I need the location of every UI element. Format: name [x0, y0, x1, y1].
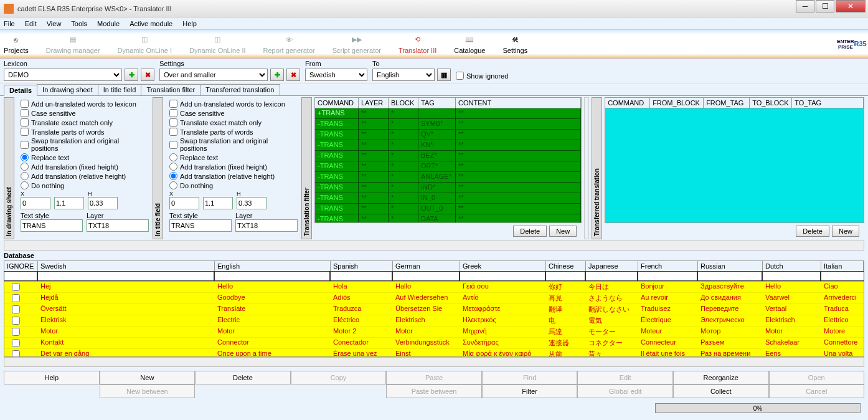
maximize-button[interactable]: ☐: [816, 0, 834, 12]
db-filter-input[interactable]: [330, 271, 392, 281]
filter-row[interactable]: -TRANS***ORT***: [315, 161, 581, 172]
ribbon-settings[interactable]: 🛠Settings: [502, 34, 527, 54]
reorganize-button[interactable]: Reorganize: [673, 371, 769, 384]
opt-do-nothing[interactable]: Do nothing: [21, 181, 146, 189]
db-header-dutch[interactable]: Dutch: [763, 261, 821, 271]
tab-transferred-translation[interactable]: Transferred translation: [200, 84, 280, 95]
opt-add-rel[interactable]: Add translation (relative height): [21, 172, 146, 180]
settings-select[interactable]: Over and smaller: [159, 69, 268, 81]
db-row[interactable]: HejdåGoodbyeAdiósAuf WiedersehenΑντίο再見さ…: [4, 293, 864, 304]
new-button[interactable]: New: [100, 371, 196, 384]
filter-row[interactable]: -TRANS***SYMB***: [315, 119, 581, 130]
lexicon-select[interactable]: DEMO: [4, 69, 122, 81]
filter-body[interactable]: +TRANS*****-TRANS***SYMB***-TRANS***QV**…: [314, 108, 582, 223]
db-filter-input[interactable]: [4, 271, 37, 281]
db-header-russian[interactable]: Russian: [698, 261, 763, 271]
vtab-transferred-translation[interactable]: Transferred translation: [592, 97, 602, 239]
db-filter-input[interactable]: [37, 271, 214, 281]
splitter[interactable]: [584, 97, 589, 239]
find-button[interactable]: Find: [482, 371, 578, 384]
vtab-title-field[interactable]: In title field: [153, 97, 163, 239]
menu-module[interactable]: Module: [97, 20, 120, 27]
settings-delete-button[interactable]: ✖: [286, 69, 300, 81]
database-body[interactable]: HejHelloHolaHalloΓειά σου你好今日はBonjourЗдр…: [4, 281, 864, 357]
grid-toggle-button[interactable]: ▦: [437, 69, 451, 81]
opt-add-untranslated[interactable]: Add un-translated words to lexicon: [21, 100, 146, 108]
ribbon-projects[interactable]: ⎋Projects: [4, 34, 29, 54]
opt-case-sensitive[interactable]: Case sensitive: [169, 109, 295, 117]
db-header-japanese[interactable]: Japanese: [586, 261, 638, 271]
db-filter-input[interactable]: [638, 271, 697, 281]
mid-input[interactable]: [54, 197, 84, 209]
x-input[interactable]: [21, 197, 50, 209]
database-scrollbar[interactable]: [4, 357, 864, 367]
opt-exact-match[interactable]: Translate exact match only: [21, 118, 146, 126]
copy-button[interactable]: Copy: [291, 371, 387, 384]
db-row[interactable]: HejHelloHolaHalloΓειά σου你好今日はBonjourЗдр…: [4, 282, 864, 293]
minimize-button[interactable]: ─: [796, 0, 814, 12]
to-select[interactable]: English: [372, 69, 435, 81]
menu-help[interactable]: Help: [182, 20, 197, 27]
ignore-cell[interactable]: [4, 293, 38, 303]
filter-new-button[interactable]: New: [549, 226, 577, 237]
lexicon-delete-button[interactable]: ✖: [141, 69, 154, 81]
db-header-italian[interactable]: Italian: [821, 261, 864, 271]
db-filter-input[interactable]: [460, 271, 545, 281]
db-header-german[interactable]: German: [393, 261, 460, 271]
filter-row[interactable]: -TRANS***BEZ***: [315, 151, 581, 161]
db-row[interactable]: KontaktConnectorConectadorVerbindungsstü…: [4, 338, 864, 349]
opt-add-fixed[interactable]: Add translation (fixed height): [21, 163, 146, 171]
filter-row[interactable]: -TRANS***IND***: [315, 183, 581, 193]
db-row[interactable]: MotorMotorMotor 2MotorΜηχανή馬達モーターMoteur…: [4, 327, 864, 338]
db-filter-input[interactable]: [585, 271, 638, 281]
paste-between-button[interactable]: Paste between: [386, 384, 482, 398]
show-ignored-checkbox[interactable]: Show ignored: [456, 72, 508, 80]
opt-swap[interactable]: Swap translation and original positions: [21, 137, 146, 152]
ignore-cell[interactable]: [4, 349, 38, 357]
db-filter-input[interactable]: [821, 271, 864, 281]
filter-row[interactable]: -TRANS***KN***: [315, 140, 581, 151]
opt-swap[interactable]: Swap translation and original positions: [169, 137, 295, 152]
tab-details[interactable]: Details: [4, 85, 37, 96]
tab-translation-filter[interactable]: Translation filter: [141, 84, 200, 95]
ribbon-dynamic-online-1[interactable]: ◫Dynamic OnLine I: [118, 34, 172, 54]
lexicon-add-button[interactable]: ✚: [125, 69, 138, 81]
db-filter-input[interactable]: [392, 271, 460, 281]
x-input[interactable]: [169, 197, 199, 209]
filter-row[interactable]: -TRANS***QV***: [315, 130, 581, 140]
db-header-greek[interactable]: Greek: [460, 261, 546, 271]
ribbon-report-generator[interactable]: 👁Report generator: [263, 34, 315, 54]
settings-add-button[interactable]: ✚: [270, 69, 284, 81]
ignore-cell[interactable]: [4, 327, 38, 337]
transfer-body[interactable]: [605, 108, 864, 223]
filter-row[interactable]: -TRANS***IN_0**: [315, 193, 581, 204]
paste-button[interactable]: Paste: [386, 371, 482, 384]
mid-scrollbar[interactable]: [4, 241, 864, 251]
db-header-french[interactable]: French: [638, 261, 698, 271]
ribbon-drawing-manager[interactable]: ▤Drawing manager: [46, 34, 100, 54]
opt-exact-match[interactable]: Translate exact match only: [169, 118, 295, 126]
opt-add-fixed[interactable]: Add translation (fixed height): [169, 163, 295, 171]
ribbon-script-generator[interactable]: ▶▶Script generator: [333, 34, 381, 54]
filter-row[interactable]: -TRANS***ANLAGE***: [315, 172, 581, 183]
opt-do-nothing[interactable]: Do nothing: [169, 181, 295, 189]
tab-drawing-sheet[interactable]: In drawing sheet: [37, 84, 98, 95]
opt-case-sensitive[interactable]: Case sensitive: [21, 109, 146, 117]
close-button[interactable]: ✕: [836, 0, 866, 12]
db-filter-input[interactable]: [545, 271, 585, 281]
menu-edit[interactable]: Edit: [25, 20, 37, 27]
filter-row[interactable]: -TRANS***DATA**: [315, 214, 581, 223]
h-input[interactable]: [88, 197, 118, 209]
db-row[interactable]: Det var en gångOnce upon a timeÉrase una…: [4, 349, 864, 357]
cancel-button[interactable]: Cancel: [769, 384, 865, 398]
layer-input[interactable]: [235, 219, 298, 232]
db-filter-input[interactable]: [214, 271, 330, 281]
db-header-chinese[interactable]: Chinese: [546, 261, 586, 271]
filter-row[interactable]: -TRANS***OUT_0**: [315, 204, 581, 214]
textstyle-input[interactable]: [21, 219, 83, 232]
opt-add-rel[interactable]: Add translation (relative height): [169, 172, 295, 180]
menu-view[interactable]: View: [47, 20, 62, 27]
global-edit-button[interactable]: Global edit: [577, 384, 673, 398]
vtab-translation-filter[interactable]: Translation filter: [301, 97, 312, 239]
db-row[interactable]: ÖversättTranslateTraduzcaÜbersetzen SieΜ…: [4, 304, 864, 315]
